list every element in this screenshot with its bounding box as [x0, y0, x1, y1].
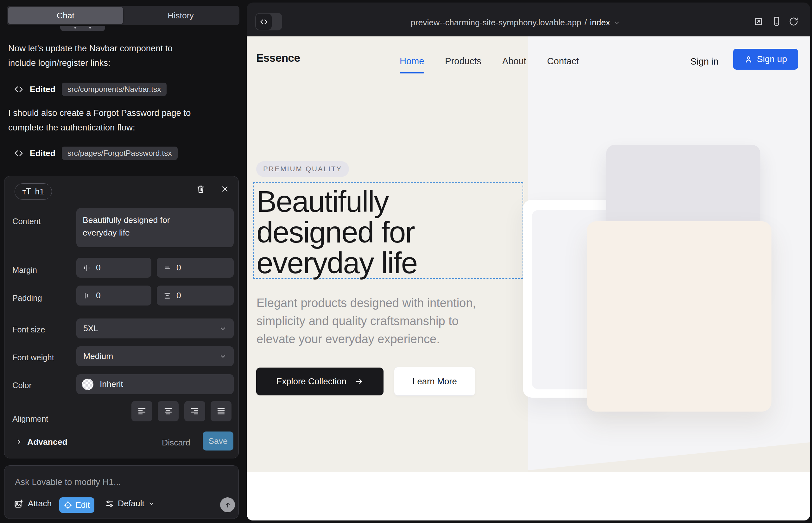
tab-chat[interactable]: Chat	[8, 7, 123, 24]
chat-message: Now let's update the Navbar component to…	[8, 41, 173, 70]
hero-paragraph-line: Elegant products designed with intention…	[257, 294, 476, 312]
send-button[interactable]	[220, 497, 235, 512]
chat-message-line: I should also create a Forgot Password p…	[8, 106, 191, 120]
code-icon	[14, 148, 23, 158]
padding-label: Padding	[12, 293, 42, 303]
hero-cta-row: Explore Collection Learn More	[256, 367, 475, 396]
margin-x-input[interactable]: 0	[76, 258, 152, 278]
nav-link-products[interactable]: Products	[445, 56, 481, 67]
padding-x-input[interactable]: 0	[76, 286, 152, 306]
attach-label: Attach	[28, 499, 52, 508]
hero-paragraph-line: elevate your everyday experience.	[257, 330, 476, 348]
color-swatch	[82, 379, 93, 390]
url-bar[interactable]: preview--charming-site-symphony.lovable.…	[247, 18, 784, 28]
padding-y-value: 0	[176, 291, 181, 301]
decorative-card-cream	[587, 221, 772, 412]
arrow-right-icon	[355, 377, 364, 386]
edited-label: Edited	[30, 85, 55, 94]
font-weight-select[interactable]: Medium	[76, 346, 234, 366]
chat-message: I should also create a Forgot Password p…	[8, 106, 191, 135]
align-right-icon	[190, 407, 199, 416]
alignment-label: Alignment	[12, 414, 48, 423]
chevron-down-icon	[219, 325, 227, 332]
sidebar: Chat History Now let's update the Navbar…	[0, 0, 247, 523]
content-line: everyday life	[83, 227, 227, 239]
next-section-background	[247, 472, 810, 521]
hero-heading: Beautifully designed for everyday life	[257, 186, 523, 278]
hero-heading-line: designed for	[257, 217, 523, 248]
user-icon	[744, 55, 753, 64]
mobile-preview-button[interactable]	[772, 16, 782, 26]
url-page: index	[590, 18, 610, 28]
prompt-input[interactable]: Ask Lovable to modify H1...	[15, 477, 121, 487]
content-textarea[interactable]: Beautifully designed for everyday life	[76, 208, 234, 247]
align-left-button[interactable]	[131, 401, 152, 421]
brand-logo: Essence	[256, 52, 300, 64]
advanced-toggle[interactable]: Advanced	[27, 437, 68, 447]
image-plus-icon	[14, 499, 23, 508]
align-right-button[interactable]	[184, 401, 205, 421]
element-tag-label: h1	[35, 187, 44, 197]
font-size-select[interactable]: 5XL	[76, 319, 234, 339]
padding-x-value: 0	[96, 291, 101, 301]
smartphone-icon	[772, 16, 782, 26]
file-chip[interactable]: src/components/Navbar.tsx	[62, 83, 166, 96]
sliders-icon	[105, 499, 114, 508]
close-inspector-icon[interactable]	[220, 184, 229, 194]
premium-quality-badge: PREMIUM QUALITY	[256, 161, 349, 177]
font-size-value: 5XL	[83, 324, 98, 333]
margin-y-value: 0	[176, 263, 181, 273]
hero-paragraph: Elegant products designed with intention…	[257, 294, 476, 348]
nav-link-home[interactable]: Home	[400, 56, 424, 67]
hero-paragraph-line: simplicity and quality craftsmanship to	[257, 312, 476, 330]
edited-file-row: Edited src/components/Navbar.tsx	[14, 82, 166, 97]
hero-heading-line: Beautifully	[257, 186, 523, 217]
locate-icon	[64, 501, 72, 509]
mode-select[interactable]: Default	[105, 499, 155, 508]
refresh-button[interactable]	[789, 17, 798, 26]
chat-history-tabbar: Chat History	[7, 6, 240, 25]
sign-in-link[interactable]: Sign in	[690, 56, 719, 67]
arrow-up-icon	[224, 501, 231, 509]
tab-history[interactable]: History	[123, 7, 238, 24]
element-tag-badge: TT h1	[15, 183, 52, 200]
chevron-down-icon	[148, 501, 155, 507]
chat-message-line: include login/register links:	[8, 56, 173, 70]
type-icon: TT	[22, 187, 31, 197]
nav-link-about[interactable]: About	[502, 56, 526, 67]
app-window: Chat History Now let's update the Navbar…	[0, 0, 812, 523]
attach-button[interactable]: Attach	[14, 499, 52, 508]
save-button[interactable]: Save	[203, 432, 233, 451]
margin-y-input[interactable]: 0	[157, 258, 234, 278]
chat-message-line: complete the authentication flow:	[8, 120, 191, 135]
edited-label: Edited	[30, 148, 55, 158]
nav-link-contact[interactable]: Contact	[547, 56, 579, 67]
explore-collection-button[interactable]: Explore Collection	[256, 367, 384, 395]
chat-message-line: Now let's update the Navbar component to	[8, 41, 173, 56]
selected-element-outline[interactable]: Beautifully designed for everyday life	[253, 182, 523, 279]
hero-heading-line: everyday life	[257, 248, 523, 278]
sign-up-button[interactable]: Sign up	[733, 49, 798, 70]
padding-vertical-icon	[163, 292, 171, 300]
chevron-down-icon	[219, 353, 227, 360]
color-field[interactable]: Inherit	[76, 374, 234, 394]
font-weight-value: Medium	[83, 351, 113, 361]
mode-label: Default	[118, 499, 144, 508]
align-justify-button[interactable]	[211, 401, 231, 421]
padding-y-input[interactable]: 0	[157, 286, 234, 306]
align-center-button[interactable]	[158, 401, 179, 421]
open-external-button[interactable]	[754, 17, 763, 26]
site-viewport: Essence Home Products About Contact Sign…	[247, 36, 810, 521]
prompt-composer: Ask Lovable to modify H1... Attach Edit …	[4, 465, 239, 519]
margin-x-value: 0	[96, 263, 101, 273]
chevron-down-icon	[614, 20, 620, 26]
discard-button[interactable]: Discard	[162, 438, 190, 448]
delete-element-button[interactable]	[196, 184, 206, 194]
margin-horizontal-icon	[83, 264, 91, 272]
content-label: Content	[12, 217, 40, 226]
url-host: preview--charming-site-symphony.lovable.…	[411, 18, 581, 28]
edit-mode-button[interactable]: Edit	[59, 497, 94, 513]
file-chip[interactable]: src/pages/ForgotPassword.tsx	[62, 147, 178, 160]
learn-more-button[interactable]: Learn More	[394, 367, 475, 396]
align-left-icon	[137, 407, 147, 416]
